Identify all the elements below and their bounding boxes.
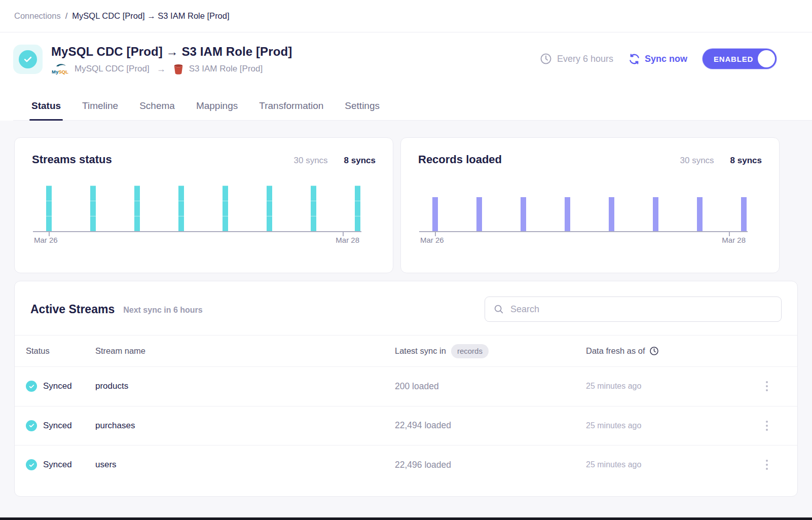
records-loaded-value: 22,494 loaded: [395, 420, 586, 431]
clock-icon: [649, 346, 659, 356]
synced-check-icon: [26, 459, 37, 470]
records-loaded-bar-chart: [432, 185, 747, 231]
column-stream-name: Stream name: [95, 346, 395, 356]
search-icon: [493, 304, 504, 315]
enabled-toggle[interactable]: ENABLED: [703, 49, 777, 69]
mysql-logo-icon: MySQL: [51, 63, 69, 75]
tab-mappings[interactable]: Mappings: [196, 100, 238, 120]
arrow-icon: →: [157, 64, 166, 75]
x-tick-label-start: Mar 26: [420, 236, 444, 244]
records-loaded-title: Records loaded: [418, 153, 502, 166]
tab-schema[interactable]: Schema: [139, 100, 175, 120]
status-label: Synced: [43, 460, 72, 470]
page-title: MySQL CDC [Prod] → S3 IAM Role [Prod]: [51, 45, 540, 59]
next-sync-label: Next sync in 6 hours: [123, 304, 203, 315]
streams-status-title: Streams status: [32, 153, 112, 166]
stream-search[interactable]: [485, 296, 782, 322]
breadcrumb-connections-link[interactable]: Connections: [14, 11, 61, 21]
table-row-users[interactable]: Synced users 22,496 loaded 25 minutes ag…: [15, 445, 797, 485]
refresh-icon: [629, 53, 640, 65]
sync-bar[interactable]: [223, 185, 228, 231]
row-menu-button[interactable]: [761, 379, 773, 393]
svg-text:MySQL: MySQL: [52, 69, 68, 75]
sync-bar[interactable]: [311, 185, 316, 231]
streams-status-8-syncs-toggle[interactable]: 8 syncs: [344, 156, 376, 166]
sync-now-label: Sync now: [645, 54, 687, 64]
sync-bar[interactable]: [90, 185, 96, 231]
streams-status-bar-chart: [46, 185, 360, 231]
tab-settings[interactable]: Settings: [345, 100, 380, 120]
active-streams-card: Active Streams Next sync in 6 hours Stat…: [14, 281, 798, 497]
check-circle-icon: [19, 50, 37, 68]
x-tick-label-end: Mar 28: [336, 236, 359, 244]
sync-schedule: Every 6 hours: [540, 53, 613, 65]
sync-bar[interactable]: [697, 197, 703, 231]
breadcrumb-current: MySQL CDC [Prod] → S3 IAM Role [Prod]: [72, 11, 229, 21]
breadcrumb-separator: /: [65, 11, 68, 21]
search-input[interactable]: [510, 304, 773, 315]
records-loaded-value: 200 loaded: [395, 381, 586, 392]
breadcrumb: Connections / MySQL CDC [Prod] → S3 IAM …: [0, 0, 812, 32]
s3-bucket-icon: [173, 63, 184, 75]
active-streams-title: Active Streams: [30, 303, 115, 316]
source-name[interactable]: MySQL CDC [Prod]: [75, 64, 150, 74]
streams-status-30-syncs-toggle[interactable]: 30 syncs: [294, 156, 328, 166]
sync-bar[interactable]: [741, 197, 747, 231]
data-fresh-value: 25 minutes ago: [586, 421, 761, 430]
row-menu-button[interactable]: [761, 419, 773, 433]
records-loaded-30-syncs-toggle[interactable]: 30 syncs: [680, 156, 714, 166]
sync-bar[interactable]: [432, 197, 438, 231]
sync-bar[interactable]: [355, 185, 360, 231]
sync-bar[interactable]: [178, 185, 184, 231]
records-loaded-value: 22,496 loaded: [395, 460, 586, 470]
column-data-fresh: Data fresh as of: [586, 346, 645, 356]
synced-check-icon: [26, 381, 37, 392]
x-tick-label-end: Mar 28: [722, 236, 746, 244]
sync-bar[interactable]: [46, 185, 52, 231]
connection-status-avatar: [13, 45, 43, 74]
connection-tabs: Status Timeline Schema Mappings Transfor…: [13, 87, 812, 121]
status-label: Synced: [43, 381, 72, 391]
records-loaded-card: Records loaded 30 syncs 8 syncs Mar 26 M…: [400, 137, 780, 273]
window-bottom-edge: [0, 517, 812, 520]
synced-check-icon: [26, 420, 37, 431]
connection-header: MySQL CDC [Prod] → S3 IAM Role [Prod] My…: [0, 32, 812, 121]
table-row-purchases[interactable]: Synced purchases 22,494 loaded 25 minute…: [15, 406, 797, 445]
tab-timeline[interactable]: Timeline: [82, 100, 118, 120]
streams-status-card: Streams status 30 syncs 8 syncs Mar 26 M…: [14, 137, 393, 273]
sync-bar[interactable]: [565, 197, 570, 231]
toggle-knob[interactable]: [758, 50, 775, 67]
sync-bar[interactable]: [476, 197, 482, 231]
stream-name[interactable]: users: [95, 460, 395, 470]
data-fresh-value: 25 minutes ago: [586, 460, 761, 469]
sync-bar[interactable]: [521, 197, 526, 231]
status-label: Synced: [43, 421, 72, 431]
data-fresh-value: 25 minutes ago: [586, 382, 761, 391]
sync-now-button[interactable]: Sync now: [629, 53, 687, 65]
x-tick-label-start: Mar 26: [34, 236, 58, 244]
stream-name[interactable]: purchases: [95, 421, 395, 431]
column-latest-sync: Latest sync in: [395, 346, 446, 356]
enabled-toggle-label: ENABLED: [714, 55, 753, 63]
row-menu-button[interactable]: [761, 458, 773, 472]
sync-bar[interactable]: [653, 197, 658, 231]
destination-name[interactable]: S3 IAM Role [Prod]: [189, 64, 263, 74]
tab-transformation[interactable]: Transformation: [259, 100, 323, 120]
sync-bar[interactable]: [609, 197, 614, 231]
stream-name[interactable]: products: [95, 381, 395, 391]
sync-bar[interactable]: [134, 185, 140, 231]
tab-status[interactable]: Status: [31, 100, 61, 120]
status-content: Streams status 30 syncs 8 syncs Mar 26 M…: [0, 121, 812, 497]
table-row-products[interactable]: Synced products 200 loaded 25 minutes ag…: [15, 366, 797, 406]
schedule-label: Every 6 hours: [557, 54, 613, 64]
clock-icon: [540, 53, 552, 65]
sync-bar[interactable]: [267, 185, 272, 231]
records-badge[interactable]: records: [451, 344, 489, 358]
column-status: Status: [26, 346, 95, 356]
streams-table-header: Status Stream name Latest sync in record…: [15, 335, 797, 366]
records-loaded-8-syncs-toggle[interactable]: 8 syncs: [730, 156, 762, 166]
